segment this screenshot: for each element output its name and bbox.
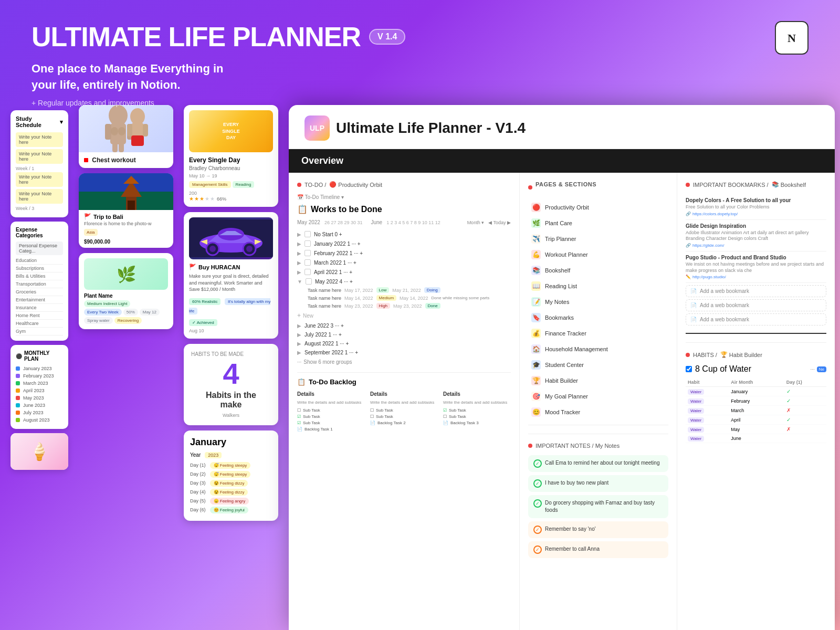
backlog-title: 📋 To-Do Backlog <box>297 378 511 386</box>
expand-arrow-10[interactable]: ▶ <box>297 350 301 355</box>
note-2-card: ✓ I have to buy two new plant <box>528 475 668 492</box>
svg-text:N: N <box>788 32 796 45</box>
day-1-feeling: 😴 Feeling sleepy <box>210 462 251 469</box>
habits-card: HABITS TO BE MADE 4 Habits in themake Wa… <box>184 344 278 425</box>
show-more-btn[interactable]: ··· Show 6 more groups <box>297 357 511 367</box>
backlog-task-3: 📄 Backlog Task 3 <box>443 421 511 425</box>
month-may[interactable]: May 2023 <box>16 394 63 402</box>
today-btn[interactable]: ◀ Today ▶ <box>488 220 511 225</box>
my-notes-icon: 📝 <box>531 297 541 307</box>
monthly-title-text: MONTHLY PLAN <box>24 350 63 362</box>
expand-arrow-8[interactable]: ▶ <box>297 332 301 338</box>
productivity-orbit-ref: 🔴 Productivity Orbit <box>329 181 382 188</box>
day-4-row: Day (4) 😵 Feeling dizzy <box>190 488 272 497</box>
subtask-checkbox-4[interactable]: ☐ <box>370 408 374 413</box>
expand-arrow-4[interactable]: ▶ <box>297 260 301 266</box>
timeline-label: To-Do Timeline ▾ <box>305 194 344 200</box>
star-4: ★ <box>205 196 209 202</box>
mood-label: Mood Tracker <box>545 409 580 415</box>
expand-arrow-2[interactable]: ▶ <box>297 241 301 247</box>
month-feb[interactable]: February 2023 <box>16 372 63 380</box>
page-mood-tracker[interactable]: 😊 Mood Tracker <box>528 405 668 419</box>
habit-col-habit: Habit <box>686 378 729 387</box>
habit-month-6: June <box>729 434 784 443</box>
subtask-3: Task name here May 23, 2022 High May 23,… <box>297 302 511 310</box>
expense-healthcare: Healthcare <box>16 320 63 328</box>
page-my-notes[interactable]: 📝 My Notes <box>528 295 668 309</box>
page-plant-care[interactable]: 🌿 Plant Care <box>528 216 668 230</box>
subtask-3-date2: May 23, 2022 <box>393 303 422 309</box>
month-jan[interactable]: January 2023 <box>16 365 63 372</box>
habit-tag-4: Water <box>688 417 704 423</box>
expense-cat-personal: Personal Expense Categ... <box>16 242 63 255</box>
page-bookmarks[interactable]: 🔖 Bookmarks <box>528 310 668 325</box>
subtitle: One place to Manage Everything inyour li… <box>32 61 808 93</box>
checkbox-4[interactable] <box>304 259 311 266</box>
bookmark-2-url[interactable]: 🔗 https://glide.com/ <box>686 243 826 248</box>
backlog-col-3: Details Write the details and add subtas… <box>443 391 511 433</box>
subtask-checkbox-5[interactable]: ☐ <box>370 414 374 419</box>
month-aug[interactable]: August 2023 <box>16 416 63 424</box>
lambo-name: Buy HURACAN <box>198 264 240 270</box>
subtask-checkbox-7[interactable]: ☐ <box>443 414 447 419</box>
subtask-2: Task name here May 14, 2022 Medium May 1… <box>297 294 511 302</box>
habit-tag-5: Water <box>688 427 704 433</box>
study-schedule-dropdown[interactable]: Study Schedule ▾ <box>16 116 63 128</box>
habit-tag-3: Water <box>688 408 704 414</box>
add-bookmark-3[interactable]: 📄 Add a web bookmark <box>686 313 826 326</box>
day-6-label: Day (6) <box>190 507 206 512</box>
page-habit-builder[interactable]: 🏆 Habit Builder <box>528 373 668 388</box>
month-dot-apr <box>16 388 20 393</box>
page-bookshelf[interactable]: 📚 Bookshelf <box>528 263 668 278</box>
lambo-tag-realistic: 60% Realistic <box>189 298 220 305</box>
checkbox-3[interactable] <box>304 250 311 256</box>
page-student-center[interactable]: 🎓 Student Center <box>528 358 668 372</box>
habit-checkbox[interactable] <box>686 366 692 372</box>
bookmark-3-name: Pugo Studio - Product and Brand Studio <box>686 255 826 260</box>
expand-arrow-6[interactable]: ▼ <box>297 279 302 285</box>
page-goal-planner[interactable]: 🎯 My Goal Planner <box>528 389 668 404</box>
bookmarks-section-title: IMPORTANT BOOKMARKS / <box>693 182 769 188</box>
page-finance-tracker[interactable]: 💰 Finance Tracker <box>528 326 668 341</box>
checkbox-2[interactable] <box>304 240 311 247</box>
habit-month-3: March <box>729 406 784 415</box>
page-workout-planner[interactable]: 💪 Workout Planner <box>528 247 668 262</box>
page-household[interactable]: 🏠 Household Management <box>528 342 668 356</box>
month-mar[interactable]: March 2023 <box>16 380 63 387</box>
month-apr[interactable]: April 2023 <box>16 387 63 394</box>
notes-dot <box>528 444 532 448</box>
task-mar-2022: ▶ March 2022 1 ··· + <box>297 258 511 267</box>
month-jun[interactable]: June 2023 <box>16 402 63 409</box>
day-3-label: Day (3) <box>190 480 206 486</box>
page-productivity-orbit[interactable]: 🔴 Productivity Orbit <box>528 200 668 215</box>
habit-ellipsis[interactable]: ··· <box>810 366 814 372</box>
checkbox-6[interactable] <box>306 278 312 285</box>
subtask-checkbox-checked[interactable]: ☑ <box>297 414 301 419</box>
add-bookmark-1[interactable]: 📄 Add a web bookmark <box>686 285 826 297</box>
bookmark-1-url[interactable]: 🔗 https://colors.dopely.top/ <box>686 212 826 216</box>
subtask-checkbox-checked-2[interactable]: ☑ <box>297 421 301 425</box>
checkbox-5[interactable] <box>304 269 311 275</box>
svg-point-29 <box>209 246 216 252</box>
expand-arrow-3[interactable]: ▶ <box>297 250 301 256</box>
bookmark-3-url[interactable]: ✏️ http://pugo.studio/ <box>686 275 826 279</box>
month-jul[interactable]: July 2023 <box>16 409 63 416</box>
tag-spray: Spray water <box>84 317 113 324</box>
month-btn[interactable]: Month ▾ <box>467 220 485 225</box>
page-reading-list[interactable]: 📖 Reading List <box>528 279 668 293</box>
add-bookmark-2[interactable]: 📄 Add a web bookmark <box>686 299 826 311</box>
habit-col-month: Air Month <box>729 378 784 387</box>
progress-percent: 66% <box>217 196 226 202</box>
expand-arrow-7[interactable]: ▶ <box>297 323 301 329</box>
checkbox-1[interactable] <box>304 231 311 237</box>
subtask-checkbox-1[interactable]: ☐ <box>297 408 301 413</box>
expand-arrow-5[interactable]: ▶ <box>297 269 301 275</box>
page-trip-planner[interactable]: ✈️ Trip Planner <box>528 232 668 246</box>
expand-arrow-1[interactable]: ▶ <box>297 232 301 237</box>
subtask-checkbox-6[interactable]: ☑ <box>443 408 447 413</box>
new-task-row[interactable]: + New <box>297 310 511 321</box>
task-label-1: No Start 0 + <box>314 232 511 237</box>
expand-arrow-9[interactable]: ▶ <box>297 341 301 346</box>
monthly-plan-title: ⚫ MONTHLY PLAN <box>16 350 63 362</box>
plant-image: 🌿 <box>84 258 168 290</box>
